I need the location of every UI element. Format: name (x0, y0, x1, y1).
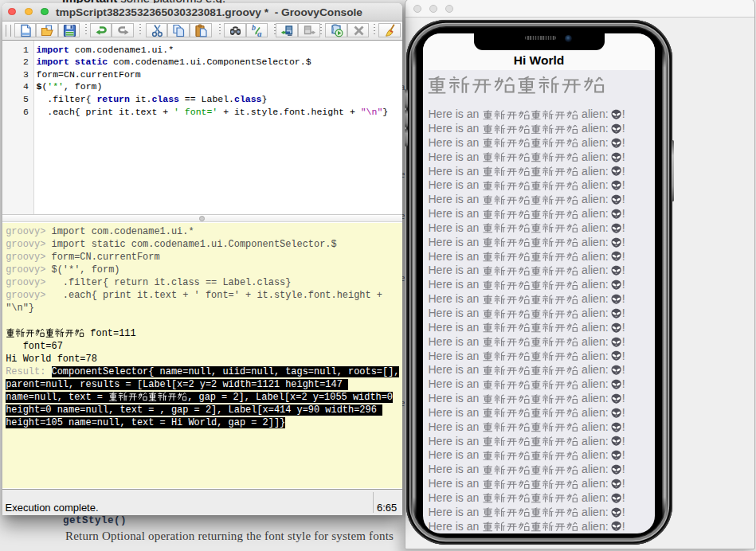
svg-text:b: b (252, 24, 256, 32)
